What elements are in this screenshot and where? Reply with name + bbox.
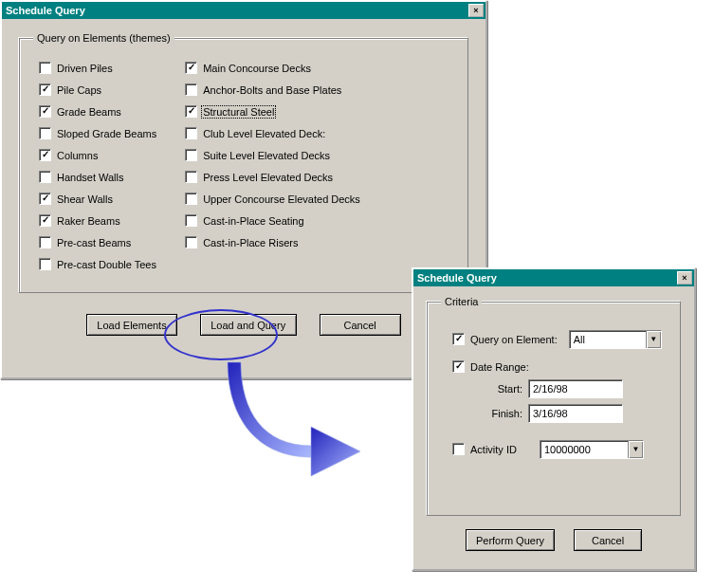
element-checkbox[interactable] xyxy=(39,236,51,248)
perform-query-button[interactable]: Perform Query xyxy=(466,529,555,551)
criteria-group: Criteria Query on Element: All ▼ Date Ra… xyxy=(427,296,681,516)
element-checkbox-label: Raker Beams xyxy=(57,215,120,227)
element-checkbox[interactable] xyxy=(185,127,197,139)
client-area: Criteria Query on Element: All ▼ Date Ra… xyxy=(413,286,694,564)
element-checkbox-row[interactable]: Raker Beams xyxy=(39,213,156,228)
window-title: Schedule Query xyxy=(417,272,497,284)
element-checkbox-row[interactable]: Driven Piles xyxy=(39,61,156,75)
activity-id-checkbox[interactable] xyxy=(452,443,465,455)
element-checkbox-label: Shear Walls xyxy=(57,193,113,205)
element-checkbox-label: Cast-in-Place Seating xyxy=(203,215,303,227)
element-checkbox-label: Press Level Elevated Decks xyxy=(203,172,333,183)
titlebar: Schedule Query × xyxy=(413,269,694,286)
element-checkbox[interactable] xyxy=(39,105,51,118)
activity-id-label: Activity ID xyxy=(470,444,517,455)
elements-group-legend: Query on Elements (themes) xyxy=(33,32,174,44)
element-checkbox-label: Pile Caps xyxy=(57,84,101,96)
element-checkbox-row[interactable]: Grade Beams xyxy=(39,104,156,119)
element-checkbox-label: Structural Steel xyxy=(201,105,276,119)
element-checkbox[interactable] xyxy=(185,62,197,74)
element-checkbox-row[interactable]: Suite Level Elevated Decks xyxy=(185,148,360,162)
element-checkbox-row[interactable]: Shear Walls xyxy=(39,192,156,206)
element-checkbox-row[interactable]: Structural Steel xyxy=(185,104,360,119)
element-checkbox-row[interactable]: Pile Caps xyxy=(39,83,156,97)
criteria-group-legend: Criteria xyxy=(441,296,482,307)
element-checkbox[interactable] xyxy=(39,62,51,74)
finish-label: Finish: xyxy=(483,408,522,419)
query-on-element-checkbox[interactable] xyxy=(452,333,465,345)
element-checkbox-row[interactable]: Handset Walls xyxy=(39,170,156,184)
element-checkbox-label: Suite Level Elevated Decks xyxy=(203,150,330,161)
cancel-button[interactable]: Cancel xyxy=(574,529,642,551)
window-title: Schedule Query xyxy=(6,5,85,16)
chevron-down-icon[interactable]: ▼ xyxy=(646,331,661,348)
load-and-query-button[interactable]: Load and Query xyxy=(200,314,297,336)
element-checkbox-label: Anchor-Bolts and Base Plates xyxy=(203,84,341,96)
start-row: Start: xyxy=(483,379,667,398)
date-range-row[interactable]: Date Range: xyxy=(452,359,667,374)
chevron-down-icon[interactable]: ▼ xyxy=(628,441,643,458)
element-checkbox-row[interactable]: Columns xyxy=(39,148,156,162)
element-checkbox-row[interactable]: Anchor-Bolts and Base Plates xyxy=(185,83,360,97)
element-checkbox[interactable] xyxy=(39,83,51,96)
button-row: Load Elements Load and Query Cancel xyxy=(19,314,468,336)
element-checkbox-label: Pre-cast Beams xyxy=(57,237,131,248)
element-checkbox-row[interactable]: Press Level Elevated Decks xyxy=(185,170,360,184)
element-checkbox-label: Upper Concourse Elevated Decks xyxy=(203,193,360,205)
cancel-button[interactable]: Cancel xyxy=(320,314,401,336)
element-checkbox-label: Main Concourse Decks xyxy=(203,63,311,74)
activity-id-row[interactable]: Activity ID 10000000 ▼ xyxy=(452,442,667,456)
date-range-checkbox[interactable] xyxy=(452,360,465,373)
close-icon[interactable]: × xyxy=(677,271,692,285)
element-checkbox-row[interactable]: Cast-in-Place Seating xyxy=(185,213,360,228)
element-checkbox[interactable] xyxy=(185,105,197,118)
element-checkbox-label: Grade Beams xyxy=(57,106,121,118)
start-input[interactable] xyxy=(528,379,623,398)
element-checkbox-row[interactable]: Upper Concourse Elevated Decks xyxy=(185,192,360,206)
element-checkbox-label: Handset Walls xyxy=(57,172,124,183)
element-checkbox[interactable] xyxy=(39,149,51,161)
element-checkbox-row[interactable]: Pre-cast Double Tees xyxy=(39,257,156,271)
element-checkbox-row[interactable]: Pre-cast Beams xyxy=(39,235,156,249)
element-checkbox[interactable] xyxy=(185,214,197,227)
element-checkbox[interactable] xyxy=(185,236,197,248)
activity-id-select[interactable]: 10000000 ▼ xyxy=(540,440,644,459)
element-checkbox-label: Club Level Elevated Deck: xyxy=(203,128,325,139)
element-checkbox-label: Driven Piles xyxy=(57,63,113,74)
element-checkbox-row[interactable]: Sloped Grade Beams xyxy=(39,126,156,140)
load-elements-button[interactable]: Load Elements xyxy=(86,314,176,336)
schedule-query-window-criteria: Schedule Query × Criteria Query on Eleme… xyxy=(412,267,696,571)
date-range-label: Date Range: xyxy=(470,361,529,373)
elements-col-2: Main Concourse DecksAnchor-Bolts and Bas… xyxy=(185,61,360,271)
query-on-element-select[interactable]: All ▼ xyxy=(569,330,662,349)
button-row: Perform Query Cancel xyxy=(427,529,681,551)
elements-col-1: Driven PilesPile CapsGrade BeamsSloped G… xyxy=(39,61,156,271)
element-checkbox-label: Cast-in-Place Risers xyxy=(203,237,298,248)
element-checkbox-row[interactable]: Club Level Elevated Deck: xyxy=(185,126,360,140)
close-icon[interactable]: × xyxy=(468,4,484,17)
element-checkbox-label: Columns xyxy=(57,150,98,161)
element-checkbox-label: Sloped Grade Beams xyxy=(57,128,156,139)
finish-row: Finish: xyxy=(483,404,667,423)
element-checkbox-row[interactable]: Main Concourse Decks xyxy=(185,61,360,75)
element-checkbox-row[interactable]: Cast-in-Place Risers xyxy=(185,235,360,249)
start-label: Start: xyxy=(483,383,522,395)
element-checkbox[interactable] xyxy=(185,83,197,96)
query-on-element-row[interactable]: Query on Element: All ▼ xyxy=(452,332,667,346)
activity-id-value: 10000000 xyxy=(540,444,628,455)
element-checkbox[interactable] xyxy=(39,171,51,183)
query-on-element-value: All xyxy=(570,334,646,345)
element-checkbox[interactable] xyxy=(185,149,197,161)
finish-input[interactable] xyxy=(528,404,623,423)
elements-group: Query on Elements (themes) Driven PilesP… xyxy=(19,32,468,293)
element-checkbox[interactable] xyxy=(185,193,197,205)
element-checkbox[interactable] xyxy=(39,258,51,270)
element-checkbox[interactable] xyxy=(39,214,51,227)
element-checkbox[interactable] xyxy=(39,193,51,205)
element-checkbox[interactable] xyxy=(185,171,197,183)
query-on-element-label: Query on Element: xyxy=(470,334,558,345)
element-checkbox-label: Pre-cast Double Tees xyxy=(57,259,156,270)
titlebar: Schedule Query × xyxy=(2,2,485,19)
elements-columns: Driven PilesPile CapsGrade BeamsSloped G… xyxy=(33,55,454,279)
element-checkbox[interactable] xyxy=(39,127,51,139)
